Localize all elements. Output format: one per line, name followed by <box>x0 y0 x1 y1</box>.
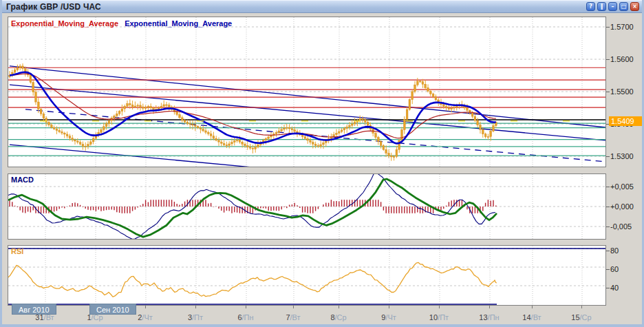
help-icon: ? <box>589 3 592 10</box>
close-button[interactable]: × <box>630 2 639 11</box>
time-tick <box>532 306 533 308</box>
scale-tick <box>606 156 610 157</box>
time-tick <box>581 306 582 308</box>
scale-tick <box>606 187 610 187</box>
help-button[interactable]: ? <box>586 2 595 11</box>
scale-tick <box>606 251 610 251</box>
scale-tick <box>606 207 610 207</box>
month-badge: Сен 2010 <box>89 304 136 315</box>
scale-tick <box>606 27 610 28</box>
macd-scale-label: -0,005 <box>610 222 632 231</box>
date-label: 14/Вт <box>515 313 548 321</box>
titlebar[interactable]: График GBP /USD ЧАС ? ‖ – □ × <box>0 0 644 13</box>
macd-label: MACD <box>11 176 34 184</box>
date-label: 13/Пн <box>473 313 506 321</box>
macd-scale-label: +0,000 <box>610 202 634 211</box>
date-label: 15/Ср <box>565 313 598 321</box>
ema-fast-label: Exponential_Moving_Average <box>11 19 118 28</box>
maximize-button[interactable]: □ <box>619 2 628 11</box>
maximize-icon: □ <box>621 3 627 10</box>
current-price-tag: 1.5409 <box>609 116 643 126</box>
scale-tick <box>606 92 610 92</box>
price-scale-label: 1.5600 <box>610 54 634 64</box>
rsi-chart[interactable] <box>8 246 605 305</box>
scale-tick <box>606 226 610 227</box>
time-tick <box>195 306 196 308</box>
minimize-button[interactable]: – <box>608 2 617 11</box>
price-scale-label: 1.5300 <box>610 151 634 161</box>
window-controls: ? ‖ – □ × <box>586 2 639 11</box>
date-label: 7/Вт <box>277 313 310 321</box>
price-scale-label: 1.5700 <box>610 22 634 32</box>
rsi-scale-label: 40 <box>610 283 619 293</box>
chart-window: График GBP /USD ЧАС ? ‖ – □ × Exponentia… <box>0 0 644 327</box>
time-tick <box>389 306 389 308</box>
rsi-label: RSI <box>11 247 23 255</box>
scale-tick <box>606 288 610 288</box>
scale-tick <box>606 269 610 270</box>
macd-scale-label: +0,005 <box>610 182 634 191</box>
rsi-scale-label: 60 <box>610 264 619 274</box>
time-tick <box>246 306 246 308</box>
time-tick <box>145 306 146 308</box>
date-label: 6/Пн <box>229 313 262 321</box>
macd-panel[interactable]: MACD <box>8 173 606 240</box>
close-icon: × <box>632 3 637 10</box>
pause-icon: ‖ <box>601 3 603 10</box>
ema-slow-label: Exponential_Moving_Average <box>125 19 232 28</box>
rsi-scale-label: 80 <box>610 246 619 255</box>
time-tick <box>489 306 490 308</box>
window-title: График GBP /USD ЧАС <box>0 2 101 12</box>
time-tick <box>439 306 440 308</box>
rsi-panel[interactable]: RSI <box>8 245 606 306</box>
minimize-icon: – <box>612 3 614 10</box>
price-chart-panel[interactable]: Exponential_Moving_Average Exponential_M… <box>8 17 606 167</box>
indicator-legend: Exponential_Moving_Average Exponential_M… <box>11 19 232 28</box>
macd-chart[interactable] <box>8 174 605 239</box>
price-scale-label: 1.5500 <box>610 87 634 96</box>
date-label: 10/Пт <box>422 313 455 321</box>
date-label: 3/Пт <box>179 313 212 321</box>
date-label: 9/Чт <box>372 313 405 321</box>
pause-button[interactable]: ‖ <box>597 2 606 11</box>
candlestick-chart[interactable] <box>8 17 605 167</box>
date-label: 8/Ср <box>322 313 355 321</box>
time-tick <box>339 306 339 308</box>
month-badge: Авг 2010 <box>12 304 56 315</box>
scale-tick <box>606 59 610 60</box>
time-tick <box>293 306 294 308</box>
